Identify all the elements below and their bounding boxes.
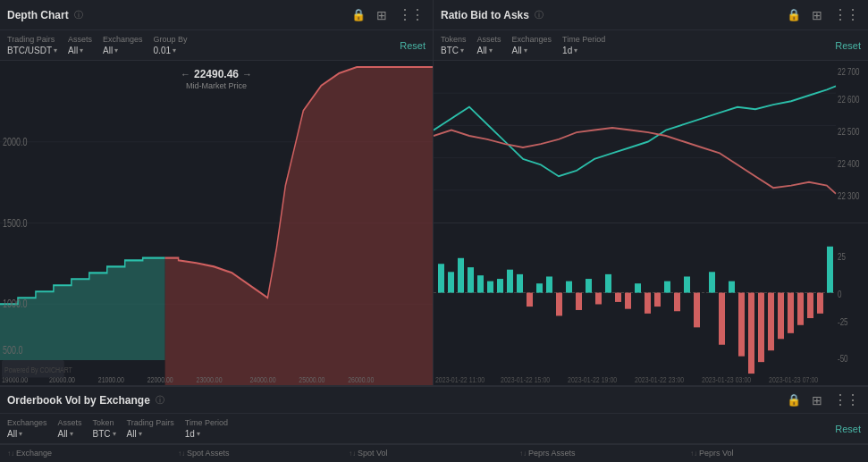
trading-pairs-arrow-orderbook: ▾ (139, 430, 142, 438)
svg-text:1000.0: 1000.0 (3, 298, 27, 310)
tokens-arrow: ▾ (460, 46, 464, 55)
svg-rect-44 (709, 272, 715, 292)
spot-vol-sort-icon: ↑↓ (349, 449, 356, 458)
time-period-select-orderbook[interactable]: 1d ▾ (185, 429, 228, 439)
assets-label-orderbook: Assets (58, 418, 82, 427)
token-select-orderbook[interactable]: BTC ▾ (93, 429, 116, 439)
col-exchange-label: Exchange (16, 449, 52, 458)
svg-text:22 400: 22 400 (838, 159, 859, 169)
exchanges-select-depth[interactable]: All ▾ (103, 46, 143, 55)
time-period-label-orderbook: Time Period (185, 418, 228, 427)
depth-grid-icon[interactable]: ⊞ (374, 7, 390, 23)
trading-pairs-select[interactable]: BTC/USDT ▾ (7, 46, 57, 55)
exchanges-label-ratio: Exchanges (512, 35, 552, 44)
trading-pairs-group: Trading Pairs BTC/USDT ▾ (7, 35, 57, 55)
ratio-chart-info-icon[interactable]: ⓘ (535, 9, 544, 21)
assets-arrow-orderbook: ▾ (70, 430, 73, 438)
svg-text:22 600: 22 600 (838, 95, 859, 105)
ratio-lock-icon[interactable]: 🔒 (784, 7, 804, 22)
exchanges-arrow-ratio: ▾ (524, 46, 527, 55)
orderbook-vol-panel-icons: 🔒 ⊞ ⋮⋮ (784, 391, 861, 409)
svg-rect-31 (477, 275, 484, 292)
time-period-select-ratio[interactable]: 1d ▾ (562, 46, 605, 55)
col-peprs-vol-label: Peprs Vol (699, 449, 734, 458)
assets-label-ratio: Assets (477, 35, 501, 44)
exchanges-arrow-depth: ▾ (114, 46, 118, 55)
orderbook-vol-header: Orderbook Vol by Exchange ⓘ 🔒 ⊞ ⋮⋮ (0, 387, 868, 414)
depth-dots-icon[interactable]: ⋮⋮ (395, 5, 426, 24)
ratio-reset-button[interactable]: Reset (835, 40, 861, 51)
orderbook-vol-title: Orderbook Vol by Exchange (7, 394, 150, 407)
orderbook-lock-icon[interactable]: 🔒 (784, 392, 804, 407)
top-row: Depth Chart ⓘ 🔒 ⊞ ⋮⋮ Trading Pairs BTC/U… (0, 0, 868, 386)
col-exchange[interactable]: ↑↓ Exchange (7, 449, 178, 458)
ratio-bar-svg: 25 0 -25 -50 2023-01-22 11:00 2023-01-22… (434, 223, 868, 385)
svg-rect-54 (654, 293, 661, 307)
depth-chart-area: ← 22490.46 → Mid-Market Price (0, 61, 433, 385)
depth-chart-title: Depth Chart (7, 9, 69, 21)
main-container: Depth Chart ⓘ 🔒 ⊞ ⋮⋮ Trading Pairs BTC/U… (0, 0, 868, 462)
col-peprs-assets[interactable]: ↑↓ Peprs Assets (519, 449, 690, 458)
peprs-vol-sort-icon: ↑↓ (690, 449, 697, 458)
depth-reset-button[interactable]: Reset (400, 40, 426, 51)
svg-text:23000.00: 23000.00 (197, 374, 223, 385)
svg-text:25: 25 (838, 252, 846, 262)
trading-pairs-group-orderbook: Trading Pairs All ▾ (127, 418, 174, 439)
ratio-chart-title: Ratio Bid to Asks (441, 9, 529, 21)
svg-text:24000.00: 24000.00 (249, 374, 275, 385)
svg-rect-63 (788, 293, 794, 333)
exchanges-select-orderbook[interactable]: All ▾ (7, 429, 47, 439)
exchange-sort-icon: ↑↓ (7, 449, 14, 458)
exchanges-label-depth: Exchanges (103, 35, 143, 44)
svg-rect-50 (595, 293, 602, 305)
orderbook-grid-icon[interactable]: ⊞ (809, 392, 825, 408)
ratio-line-section: 22 700 22 600 22 500 22 400 22 300 (434, 61, 868, 223)
svg-text:Powered By COICHART: Powered By COICHART (4, 365, 72, 375)
svg-text:2023-01-22 15:00: 2023-01-22 15:00 (501, 376, 551, 385)
svg-rect-52 (625, 293, 631, 309)
svg-text:2000.0: 2000.0 (3, 135, 27, 147)
orderbook-reset-button[interactable]: Reset (835, 424, 861, 434)
ratio-dots-icon[interactable]: ⋮⋮ (830, 5, 861, 24)
svg-rect-59 (748, 293, 754, 374)
assets-select-depth[interactable]: All ▾ (68, 46, 92, 55)
svg-rect-64 (797, 293, 804, 325)
orderbook-vol-info-icon[interactable]: ⓘ (156, 394, 164, 407)
assets-select-orderbook[interactable]: All ▾ (58, 429, 82, 439)
group-by-select[interactable]: 0.01 ▾ (154, 46, 188, 55)
orderbook-dots-icon[interactable]: ⋮⋮ (830, 391, 861, 409)
ratio-bar-section: 25 0 -25 -50 2023-01-22 11:00 2023-01-22… (434, 223, 868, 385)
col-peprs-assets-label: Peprs Assets (528, 449, 576, 458)
ratio-controls-bar: Tokens BTC ▾ Assets All ▾ Exchanges (434, 30, 868, 61)
assets-group-ratio: Assets All ▾ (477, 35, 501, 55)
col-spot-vol[interactable]: ↑↓ Spot Vol (349, 449, 519, 458)
svg-text:2023-01-23 03:00: 2023-01-23 03:00 (702, 376, 752, 385)
assets-arrow-depth: ▾ (80, 46, 83, 55)
svg-rect-46 (827, 247, 833, 293)
svg-rect-33 (497, 279, 503, 293)
svg-rect-42 (664, 281, 670, 293)
svg-rect-56 (694, 293, 700, 328)
time-period-group-orderbook: Time Period 1d ▾ (185, 418, 228, 439)
svg-text:2023-01-22 19:00: 2023-01-22 19:00 (568, 376, 618, 385)
assets-select-ratio[interactable]: All ▾ (477, 46, 501, 55)
depth-lock-icon[interactable]: 🔒 (349, 7, 368, 22)
tokens-group: Tokens BTC ▾ (441, 35, 467, 55)
svg-rect-36 (536, 283, 543, 292)
col-spot-assets[interactable]: ↑↓ Spot Assets (178, 449, 349, 458)
depth-chart-panel: Depth Chart ⓘ 🔒 ⊞ ⋮⋮ Trading Pairs BTC/U… (0, 0, 434, 385)
trading-pairs-select-orderbook[interactable]: All ▾ (127, 429, 174, 439)
svg-rect-30 (468, 267, 474, 292)
svg-text:26000.00: 26000.00 (348, 374, 374, 385)
col-peprs-vol[interactable]: ↑↓ Peprs Vol (690, 449, 861, 458)
tokens-select[interactable]: BTC ▾ (441, 46, 467, 55)
exchanges-select-ratio[interactable]: All ▾ (512, 46, 552, 55)
orderbook-vol-panel: Orderbook Vol by Exchange ⓘ 🔒 ⊞ ⋮⋮ Excha… (0, 386, 868, 462)
svg-rect-49 (576, 293, 582, 310)
svg-text:2023-01-23 07:00: 2023-01-23 07:00 (769, 376, 819, 385)
ratio-grid-icon[interactable]: ⊞ (809, 7, 825, 23)
depth-chart-info-icon[interactable]: ⓘ (74, 9, 83, 21)
ratio-chart-header: Ratio Bid to Asks ⓘ 🔒 ⊞ ⋮⋮ (434, 0, 868, 30)
svg-text:0: 0 (838, 290, 841, 299)
svg-rect-58 (738, 293, 745, 357)
